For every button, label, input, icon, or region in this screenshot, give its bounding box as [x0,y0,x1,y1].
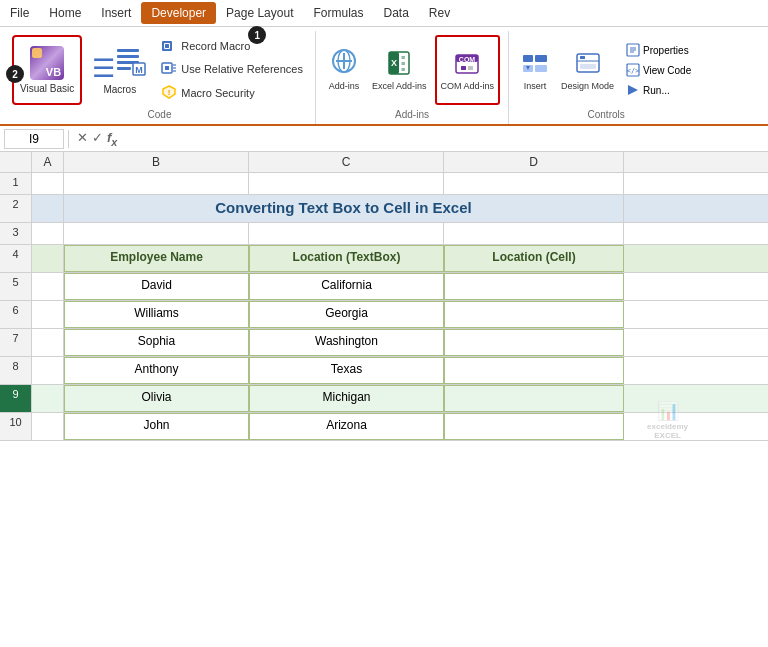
design-mode-label: Design Mode [561,81,614,91]
svg-rect-27 [461,66,466,70]
cell-6d[interactable] [444,301,624,328]
menu-data[interactable]: Data [373,2,418,24]
cell-10a[interactable] [32,413,64,440]
run-dialog-button[interactable]: Run... [622,81,695,99]
excel-add-ins-button[interactable]: X ≡ ≡ ≡ Excel Add-ins [368,35,431,105]
cell-1b[interactable] [64,173,249,194]
cell-8d[interactable] [444,357,624,384]
visual-basic-icon [30,46,64,80]
col-header-c[interactable]: C [249,152,444,172]
addins-group-label: Add-ins [395,105,429,122]
record-macro-label: Record Macro [181,40,250,52]
confirm-formula-icon[interactable]: ✓ [92,130,103,148]
cell-8a[interactable] [32,357,64,384]
view-code-button[interactable]: </> View Code [622,61,695,79]
excel-add-ins-icon: X ≡ ≡ ≡ [385,49,413,79]
cell-6a[interactable] [32,301,64,328]
design-mode-button[interactable]: Design Mode [557,35,618,105]
macros-svg-icon: M [115,45,147,77]
cell-8b[interactable]: Anthony [64,357,249,384]
cell-5d[interactable] [444,273,624,300]
svg-text:▼: ▼ [525,64,532,71]
cell-9b[interactable]: Olivia [64,385,249,412]
use-relative-refs-icon [161,60,177,78]
cell-3d[interactable] [444,223,624,244]
cell-9a[interactable] [32,385,64,412]
menu-formulas[interactable]: Formulas [303,2,373,24]
cell-1d[interactable] [444,173,624,194]
cell-3c[interactable] [249,223,444,244]
cell-1c[interactable] [249,173,444,194]
menu-insert[interactable]: Insert [91,2,141,24]
cell-7d[interactable] [444,329,624,356]
cell-4c-header[interactable]: Location (TextBox) [249,245,444,272]
cell-9c[interactable]: Michigan [249,385,444,412]
menu-rev[interactable]: Rev [419,2,460,24]
controls-buttons: ▼ Insert Design Mode [517,35,695,105]
svg-text:X: X [391,58,397,68]
cell-10b[interactable]: John [64,413,249,440]
column-headers: A B C D [0,152,768,173]
macros-icon: ☰​ M [92,45,147,84]
cancel-formula-icon[interactable]: ✕ [77,130,88,148]
insert-control-label: Insert [524,81,547,91]
menu-file[interactable]: File [0,2,39,24]
svg-rect-29 [523,55,533,62]
menu-home[interactable]: Home [39,2,91,24]
cell-10d[interactable] [444,413,624,440]
spreadsheet-row: 6 Williams Georgia [0,301,768,329]
macro-security-button[interactable]: ! Macro Security [157,82,258,104]
cell-3a[interactable] [32,223,64,244]
formula-input[interactable] [121,130,764,148]
cell-6b[interactable]: Williams [64,301,249,328]
cell-7b[interactable]: Sophia [64,329,249,356]
svg-rect-8 [165,44,169,48]
addins-buttons: Add-ins X ≡ ≡ ≡ Excel Add-ins COM [324,35,500,105]
menu-developer[interactable]: Developer [141,2,216,24]
code-group-label: Code [148,105,172,122]
cell-9d[interactable] [444,385,624,412]
cell-5c[interactable]: California [249,273,444,300]
add-ins-label: Add-ins [329,81,360,91]
code-small-buttons: Record Macro 1 Use Relative References [157,36,307,104]
insert-control-icon: ▼ [521,49,549,79]
spreadsheet-row: 9 Olivia Michigan [0,385,768,413]
cell-4a[interactable] [32,245,64,272]
cell-1a[interactable] [32,173,64,194]
properties-button[interactable]: Properties [622,41,695,59]
cell-5a[interactable] [32,273,64,300]
cell-reference-input[interactable]: I9 [4,129,64,149]
add-ins-button[interactable]: Add-ins [324,35,364,105]
use-relative-refs-button[interactable]: Use Relative References [157,58,307,80]
svg-rect-3 [117,67,131,70]
col-header-d[interactable]: D [444,152,624,172]
spreadsheet-row: 1 [0,173,768,195]
cell-3b[interactable] [64,223,249,244]
cell-5b[interactable]: David [64,273,249,300]
cell-10c[interactable]: Arizona [249,413,444,440]
col-header-a[interactable]: A [32,152,64,172]
macros-label: Macros [103,84,136,96]
cell-8c[interactable]: Texas [249,357,444,384]
macros-button[interactable]: ☰​ M Macros [86,35,153,105]
cell-7c[interactable]: Washington [249,329,444,356]
menu-page-layout[interactable]: Page Layout [216,2,303,24]
cell-6c[interactable]: Georgia [249,301,444,328]
cell-2a[interactable] [32,195,64,222]
insert-control-button[interactable]: ▼ Insert [517,35,553,105]
svg-text:!: ! [168,88,171,97]
spreadsheet-title[interactable]: Converting Text Box to Cell in Excel [64,195,624,222]
row-header-3: 3 [0,223,32,244]
properties-icon [626,43,640,57]
col-header-b[interactable]: B [64,152,249,172]
cell-4b-header[interactable]: Employee Name [64,245,249,272]
visual-basic-button[interactable]: Visual Basic 2 [12,35,82,105]
svg-marker-44 [628,85,638,95]
cell-4d-header[interactable]: Location (Cell) [444,245,624,272]
com-add-ins-button[interactable]: COM COM Add-ins [435,35,501,105]
function-icon[interactable]: fx [107,130,117,148]
excel-add-ins-label: Excel Add-ins [372,81,427,91]
record-macro-button[interactable]: Record Macro 1 [157,36,254,56]
cell-7a[interactable] [32,329,64,356]
badge-2: 2 [6,65,24,83]
